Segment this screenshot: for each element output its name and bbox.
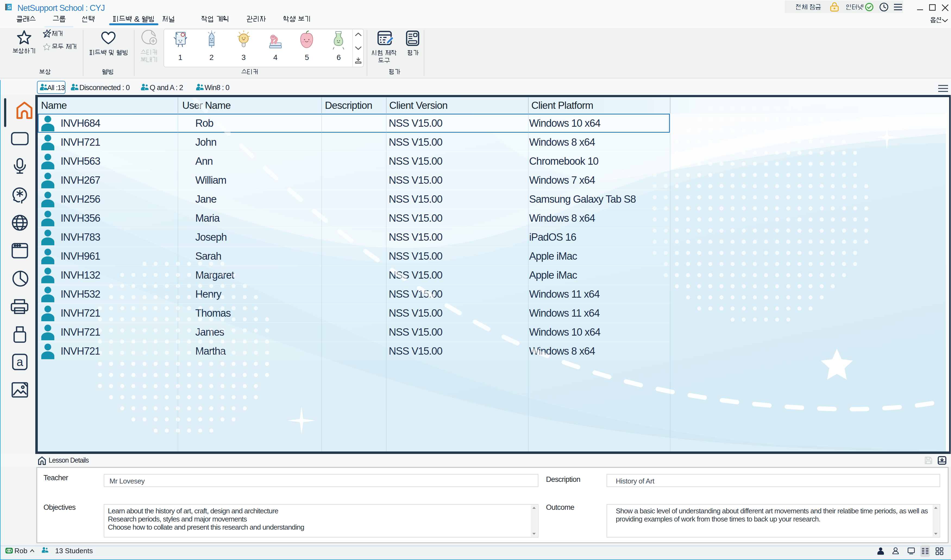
svg-text:a: a [17,355,23,368]
svg-text:S: S [8,5,11,10]
